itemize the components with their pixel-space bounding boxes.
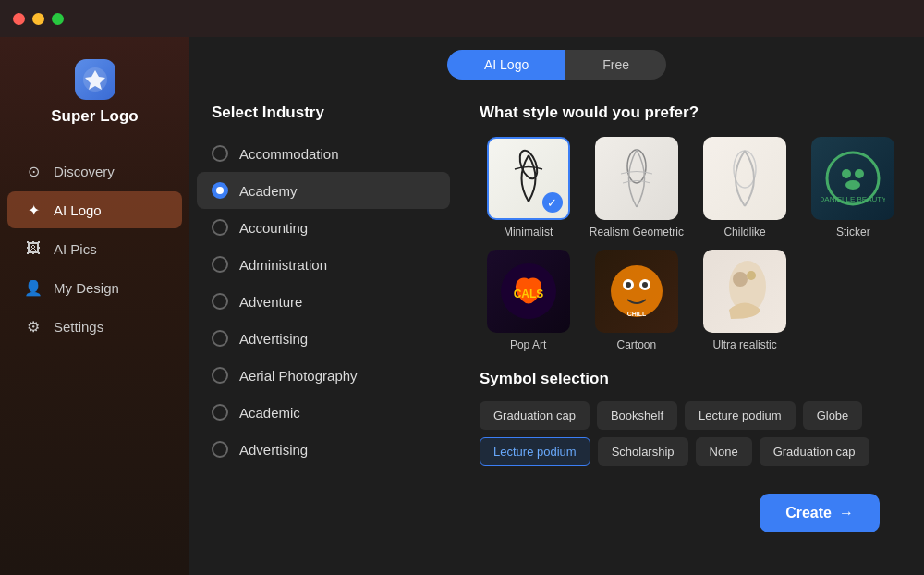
- sidebar-item-settings-label: Settings: [54, 319, 103, 335]
- style-label-realism-geometric: Realism Geometric: [590, 226, 684, 239]
- industry-label-academic: Academic: [239, 405, 300, 421]
- symbol-tag-graduation-cap[interactable]: Graduation cap: [480, 401, 590, 430]
- style-item-realism-geometric[interactable]: Realism Geometric: [588, 137, 685, 239]
- style-item-ultra-realistic[interactable]: Ultra realistic: [697, 250, 794, 351]
- create-button-label: Create: [785, 505, 832, 521]
- style-label-minimalist: Minimalist: [504, 226, 553, 239]
- style-item-minimalist[interactable]: ✓ Minimalist: [480, 137, 577, 239]
- radio-accommodation: [212, 145, 228, 162]
- industry-label-accommodation: Accommodation: [239, 146, 339, 162]
- radio-accounting: [212, 219, 228, 236]
- industry-label-academy: Academy: [239, 183, 298, 199]
- symbol-tag-globe[interactable]: Globe: [803, 401, 863, 430]
- svg-point-2: [517, 148, 541, 181]
- app-logo: Super Logo: [0, 37, 189, 144]
- tabs-bar: AI Logo Free: [189, 37, 924, 89]
- industry-title: Select Industry: [189, 104, 457, 135]
- style-item-cartoon[interactable]: CHILL Cartoon: [588, 250, 685, 351]
- style-label-ultra-realistic: Ultra realistic: [712, 338, 776, 351]
- logo-icon: [75, 59, 116, 100]
- style-img-sticker: DANIELLE BEAUTY: [811, 137, 894, 220]
- sidebar-item-ai-logo[interactable]: ✦ AI Logo: [7, 191, 182, 228]
- industry-item-accommodation[interactable]: Accommodation: [189, 135, 457, 172]
- industry-label-accounting: Accounting: [239, 220, 308, 236]
- symbol-tag-lecture-podium[interactable]: Lecture podium: [685, 401, 796, 430]
- settings-icon: ⚙: [24, 317, 43, 336]
- discovery-icon: ⊙: [24, 162, 43, 180]
- symbol-tag-bookshelf[interactable]: Bookshelf: [597, 401, 677, 430]
- symbol-tag-scholarship[interactable]: Scholarship: [598, 437, 688, 466]
- radio-advertising2: [212, 441, 228, 458]
- style-item-childlike[interactable]: Childlike: [697, 137, 794, 239]
- sidebar-item-discovery[interactable]: ⊙ Discovery: [7, 153, 182, 190]
- radio-inner-academy: [216, 187, 224, 194]
- industry-item-advertising2[interactable]: Advertising: [189, 431, 457, 468]
- radio-administration: [212, 256, 228, 273]
- radio-academic: [212, 404, 228, 421]
- industry-panel: Select Industry Accommodation Academy Ac…: [189, 89, 457, 575]
- style-item-sticker[interactable]: DANIELLE BEAUTY Sticker: [805, 137, 902, 239]
- symbol-tag-graduation-cap-2[interactable]: Graduation cap: [760, 437, 869, 466]
- content-area: Select Industry Accommodation Academy Ac…: [189, 89, 924, 575]
- industry-label-advertising: Advertising: [239, 331, 308, 347]
- style-img-pop-art: CALS: [487, 250, 570, 333]
- close-button[interactable]: [13, 13, 25, 25]
- style-label-pop-art: Pop Art: [510, 338, 546, 351]
- industry-item-administration[interactable]: Administration: [189, 246, 457, 283]
- tab-free[interactable]: Free: [565, 50, 666, 80]
- main-content: AI Logo Free Select Industry Accommodati…: [189, 0, 924, 575]
- style-label-childlike: Childlike: [723, 226, 765, 239]
- svg-point-15: [626, 282, 631, 288]
- style-img-realism-geometric: [595, 137, 678, 220]
- maximize-button[interactable]: [52, 13, 64, 25]
- style-label-sticker: Sticker: [836, 226, 870, 239]
- tab-ai-logo[interactable]: AI Logo: [447, 50, 565, 80]
- symbol-tag-none[interactable]: None: [696, 437, 752, 466]
- sidebar-item-settings[interactable]: ⚙ Settings: [7, 308, 182, 345]
- radio-advertising: [212, 330, 228, 347]
- style-img-ultra-realistic: [703, 250, 786, 333]
- sidebar-nav: ⊙ Discovery ✦ AI Logo 🖼 AI Pics 👤 My Des…: [0, 144, 189, 353]
- industry-label-administration: Administration: [239, 257, 327, 273]
- create-button[interactable]: Create →: [760, 494, 880, 532]
- svg-point-8: [845, 180, 860, 190]
- style-panel: What style would you prefer? ✓: [457, 89, 924, 575]
- sidebar-item-ai-pics-label: AI Pics: [54, 241, 97, 257]
- minimize-button[interactable]: [32, 13, 44, 25]
- sidebar-item-discovery-label: Discovery: [54, 164, 115, 179]
- svg-point-12: [611, 265, 663, 317]
- svg-point-6: [842, 169, 851, 178]
- sidebar-item-ai-logo-label: AI Logo: [54, 202, 102, 218]
- industry-item-accounting[interactable]: Accounting: [189, 209, 457, 246]
- checkmark-minimalist: ✓: [542, 192, 563, 213]
- sidebar-item-my-design[interactable]: 👤 My Design: [7, 269, 182, 306]
- svg-point-7: [855, 169, 864, 178]
- symbol-section-title: Symbol selection: [480, 370, 902, 388]
- svg-text:CALS: CALS: [513, 288, 543, 300]
- app-name: Super Logo: [51, 107, 138, 126]
- svg-point-16: [642, 282, 648, 288]
- sidebar-item-ai-pics[interactable]: 🖼 AI Pics: [7, 230, 182, 267]
- create-arrow-icon: →: [839, 505, 854, 521]
- radio-adventure: [212, 293, 228, 310]
- industry-item-academic[interactable]: Academic: [189, 394, 457, 431]
- ai-pics-icon: 🖼: [24, 239, 43, 258]
- style-section: What style would you prefer? ✓: [480, 104, 902, 351]
- industry-item-advertising[interactable]: Advertising: [189, 320, 457, 357]
- industry-label-advertising2: Advertising: [239, 442, 308, 458]
- radio-aerial-photography: [212, 367, 228, 384]
- radio-academy: [212, 182, 228, 199]
- industry-item-academy[interactable]: Academy: [197, 172, 450, 209]
- style-item-pop-art[interactable]: CALS Pop Art: [480, 250, 577, 351]
- titlebar: [0, 0, 924, 37]
- style-label-cartoon: Cartoon: [617, 338, 657, 351]
- style-grid: ✓ Minimalist: [480, 137, 902, 351]
- industry-item-adventure[interactable]: Adventure: [189, 283, 457, 320]
- symbol-section: Symbol selection Graduation cap Bookshel…: [480, 370, 902, 466]
- style-img-minimalist: ✓: [487, 137, 570, 220]
- ai-logo-icon: ✦: [24, 201, 43, 219]
- industry-item-aerial-photography[interactable]: Aerial Photography: [189, 357, 457, 394]
- svg-point-19: [733, 272, 748, 287]
- symbol-tag-lecture-podium-selected[interactable]: Lecture podium: [480, 437, 590, 466]
- symbol-tags: Graduation cap Bookshelf Lecture podium …: [480, 401, 902, 466]
